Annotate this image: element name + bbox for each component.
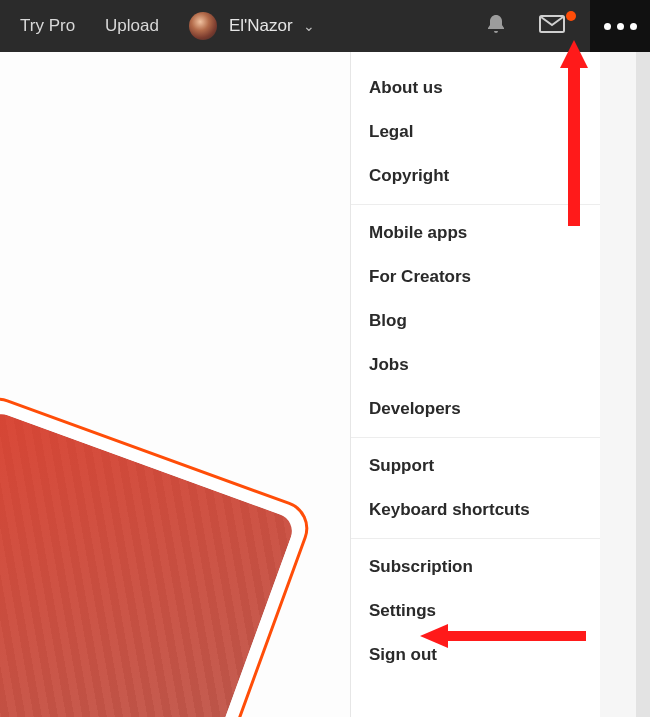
more-icon — [604, 23, 637, 30]
user-avatar — [189, 12, 217, 40]
upload-link[interactable]: Upload — [105, 16, 159, 36]
more-menu-button[interactable] — [590, 0, 650, 52]
menu-item-subscription[interactable]: Subscription — [351, 545, 600, 589]
messages-button[interactable] — [534, 15, 570, 38]
menu-divider — [351, 437, 600, 438]
top-navbar: Try Pro Upload El'Nazor ⌄ — [0, 0, 650, 52]
bell-icon — [486, 13, 506, 40]
menu-item-about-us[interactable]: About us — [351, 66, 600, 110]
mail-icon — [539, 15, 565, 38]
scrollbar[interactable] — [636, 52, 650, 717]
menu-item-legal[interactable]: Legal — [351, 110, 600, 154]
menu-divider — [351, 204, 600, 205]
unread-badge — [566, 11, 576, 21]
menu-divider — [351, 538, 600, 539]
menu-item-copyright[interactable]: Copyright — [351, 154, 600, 198]
menu-item-jobs[interactable]: Jobs — [351, 343, 600, 387]
user-menu-toggle[interactable]: El'Nazor ⌄ — [189, 12, 315, 40]
menu-item-for-creators[interactable]: For Creators — [351, 255, 600, 299]
user-name-label: El'Nazor — [229, 16, 293, 36]
menu-item-mobile-apps[interactable]: Mobile apps — [351, 211, 600, 255]
try-pro-link[interactable]: Try Pro — [20, 16, 75, 36]
notifications-button[interactable] — [478, 13, 514, 40]
menu-item-sign-out[interactable]: Sign out — [351, 633, 600, 677]
chevron-down-icon: ⌄ — [303, 18, 315, 34]
menu-item-blog[interactable]: Blog — [351, 299, 600, 343]
menu-item-support[interactable]: Support — [351, 444, 600, 488]
menu-item-settings[interactable]: Settings — [351, 589, 600, 633]
menu-item-keyboard-shortcuts[interactable]: Keyboard shortcuts — [351, 488, 600, 532]
menu-item-developers[interactable]: Developers — [351, 387, 600, 431]
more-dropdown: About usLegalCopyrightMobile appsFor Cre… — [350, 52, 600, 717]
